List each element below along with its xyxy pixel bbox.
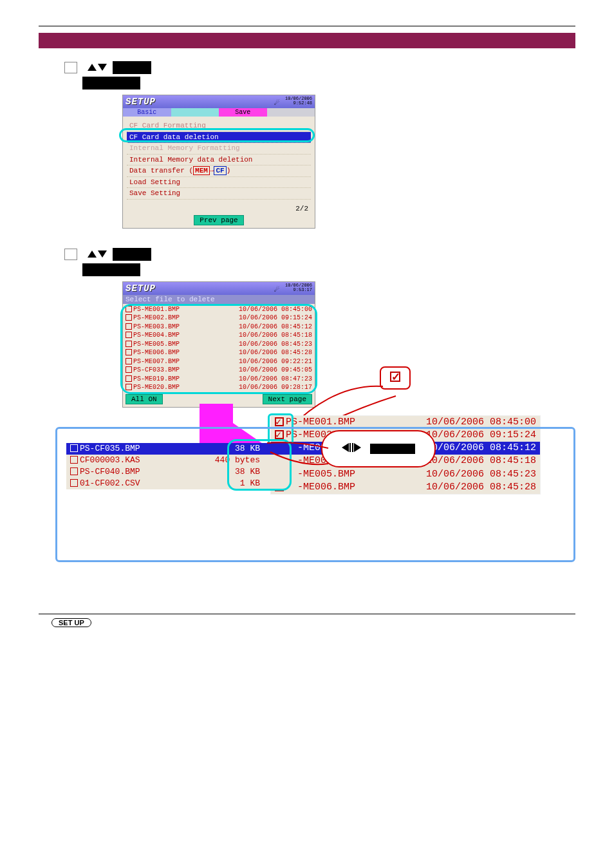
size-row[interactable]: 01-CF002.CSV1 KB	[66, 478, 298, 489]
screen2-datetime: 10/06/2006 9:53:17	[285, 283, 312, 292]
file-name: PS-ME020.BMP	[133, 383, 235, 392]
printer-icon: ☄	[274, 97, 279, 108]
file-checkbox[interactable]	[126, 384, 132, 390]
next-page-button[interactable]: Next page	[263, 394, 312, 404]
menu-int-format[interactable]: Internal Memory Formatting	[127, 143, 311, 155]
page-footer: SET UP	[39, 614, 575, 633]
size-row[interactable]: CF000003.KAS440 bytes	[66, 455, 298, 466]
file-checkbox[interactable]	[126, 366, 132, 373]
checked-checkbox-icon	[390, 372, 400, 382]
size-row[interactable]: PS-CF035.BMP38 KB	[66, 443, 298, 455]
screen1-title: SETUP	[126, 97, 156, 107]
screen2-title: SETUP	[126, 283, 156, 294]
dt-post: )	[227, 167, 231, 175]
size-name: PS-CF035.BMP	[80, 443, 209, 455]
file-datetime: 10/06/2006 08:45:12	[235, 323, 312, 332]
redacted-label-1a	[113, 61, 151, 74]
file-datetime: 10/06/2006 09:22:21	[235, 357, 312, 366]
screen1-tabs: Basic Save	[123, 108, 315, 117]
tab-other[interactable]	[267, 108, 315, 117]
file-datetime: 10/06/2006 09:45:05	[235, 366, 312, 375]
screen2-titlebar: SETUP ☄ 10/06/2006 9:53:17	[123, 282, 315, 295]
menu-int-delete[interactable]: Internal Memory data deletion	[127, 155, 311, 166]
section-heading-bar	[39, 33, 575, 48]
menu-load-setting[interactable]: Load Setting	[127, 177, 311, 189]
file-row[interactable]: PS-ME019.BMP10/06/2006 08:47:23	[126, 375, 312, 384]
file-name: PS-ME006.BMP	[133, 348, 235, 357]
file-checkbox[interactable]	[126, 306, 132, 312]
menu-cf-delete[interactable]: CF Card data deletion	[127, 132, 311, 144]
file-checkbox[interactable]	[126, 358, 132, 364]
tab-basic[interactable]: Basic	[123, 108, 171, 117]
screen1-time: 9:52:48	[293, 100, 312, 106]
dt-mem-badge: MEM	[193, 166, 210, 175]
file-datetime: 10/06/2006 09:28:17	[235, 383, 312, 392]
size-checkbox[interactable]	[70, 479, 78, 487]
file-name: PS-ME004.BMP	[133, 331, 235, 340]
file-size-list: PS-CF035.BMP38 KBCF000003.KAS440 bytesPS…	[66, 443, 298, 490]
file-name: PS-ME001.BMP	[133, 305, 235, 314]
file-checkbox[interactable]	[126, 349, 132, 355]
screen1-page-indicator: 2/2	[123, 203, 315, 215]
size-checkbox[interactable]	[70, 456, 78, 464]
redacted-label-2b	[82, 263, 140, 276]
file-checkbox[interactable]	[126, 323, 132, 330]
redacted-label-lr	[370, 444, 415, 454]
file-row[interactable]: PS-ME020.BMP10/06/2006 09:28:17	[126, 383, 312, 392]
file-checkbox[interactable]	[126, 314, 132, 321]
tab-save[interactable]: Save	[219, 108, 267, 117]
menu-save-setting[interactable]: Save Setting	[127, 188, 311, 200]
file-row[interactable]: PS-ME001.BMP10/06/2006 08:45:00	[126, 305, 312, 314]
step-2: SETUP ☄ 10/06/2006 9:53:17 Select file t…	[64, 248, 575, 408]
size-row[interactable]: PS-CF040.BMP38 KB	[66, 466, 298, 478]
file-name: PS-ME002.BMP	[133, 314, 235, 323]
file-datetime: 10/06/2006 08:45:23	[235, 340, 312, 349]
screen1-titlebar: SETUP ☄ 10/06/2006 9:52:48	[123, 95, 315, 108]
screen2-time: 9:53:17	[293, 287, 312, 292]
prev-page-button[interactable]: Prev page	[194, 215, 243, 225]
size-value: 440 bytes	[209, 455, 266, 466]
size-checkbox[interactable]	[70, 467, 78, 475]
file-checkbox[interactable]	[126, 332, 132, 338]
screen2-subheader: Select file to delete	[123, 295, 315, 304]
redacted-label-2a	[113, 248, 151, 261]
size-value: 38 KB	[209, 466, 266, 478]
file-name: PS-ME007.BMP	[133, 357, 235, 366]
file-row[interactable]: PS-ME003.BMP10/06/2006 08:45:12	[126, 323, 312, 332]
file-name: PS-ME005.BMP	[133, 340, 235, 349]
size-name: CF000003.KAS	[80, 455, 209, 466]
screen2-file-list: PS-ME001.BMP10/06/2006 08:45:00PS-ME002.…	[123, 304, 315, 393]
file-row[interactable]: PS-ME007.BMP10/06/2006 09:22:21	[126, 357, 312, 366]
all-on-button[interactable]: All ON	[126, 394, 163, 404]
setup-screen-1: SETUP ☄ 10/06/2006 9:52:48 Basic Save CF…	[122, 95, 315, 229]
step-number-box-1	[64, 62, 77, 73]
up-down-arrows-icon	[88, 249, 107, 260]
file-datetime: 10/06/2006 08:45:18	[235, 331, 312, 340]
step-1: SETUP ☄ 10/06/2006 9:52:48 Basic Save CF…	[64, 61, 575, 229]
file-row[interactable]: PS-CF033.BMP10/06/2006 09:45:05	[126, 366, 312, 375]
screen1-menu-list: CF Card Formatting CF Card data deletion…	[123, 117, 315, 203]
file-datetime: 10/06/2006 08:47:23	[235, 375, 312, 384]
file-name: PS-ME003.BMP	[133, 323, 235, 332]
dt-cf-badge: CF	[214, 166, 226, 175]
file-row[interactable]: PS-ME006.BMP10/06/2006 08:45:28	[126, 348, 312, 357]
preview-checkbox[interactable]	[275, 417, 284, 426]
file-row[interactable]: PS-ME002.BMP10/06/2006 09:15:24	[126, 314, 312, 323]
left-right-arrows-icon	[342, 443, 361, 455]
file-datetime: 10/06/2006 08:45:00	[235, 305, 312, 314]
file-row[interactable]: PS-ME005.BMP10/06/2006 08:45:23	[126, 340, 312, 349]
file-checkbox[interactable]	[126, 341, 132, 347]
file-checkbox[interactable]	[126, 375, 132, 382]
dt-pre: Data transfer (	[129, 167, 193, 175]
size-name: PS-CF040.BMP	[80, 466, 209, 478]
step-number-box-2	[64, 249, 77, 260]
left-right-callout	[321, 430, 436, 467]
menu-cf-format[interactable]: CF Card Formatting	[127, 120, 311, 132]
file-name: PS-CF033.BMP	[133, 366, 235, 375]
size-checkbox[interactable]	[70, 444, 78, 452]
size-name: 01-CF002.CSV	[80, 478, 209, 489]
file-row[interactable]: PS-ME004.BMP10/06/2006 08:45:18	[126, 331, 312, 340]
menu-data-transfer[interactable]: Data transfer (MEM→CF)	[127, 165, 311, 177]
tab-func[interactable]	[171, 108, 219, 117]
setup-pill: SET UP	[51, 618, 91, 627]
